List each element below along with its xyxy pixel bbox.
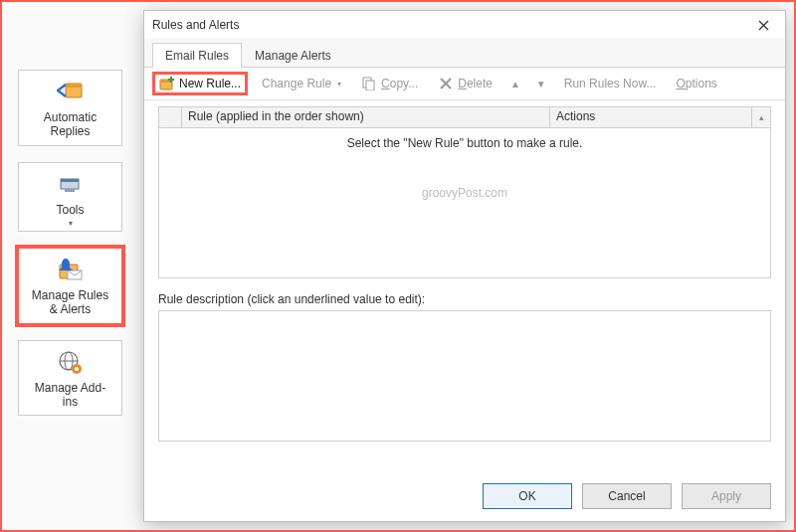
new-rule-label: New Rule... xyxy=(179,77,241,90)
delete-icon xyxy=(438,76,454,91)
apply-button[interactable]: Apply xyxy=(682,483,771,509)
dialog-button-row: OK Cancel Apply xyxy=(144,473,785,521)
svg-rect-3 xyxy=(61,179,79,182)
sidebar-item-label: Automatic Replies xyxy=(44,110,97,139)
toolbar: New Rule... Change Rule▾ Copy... Delete … xyxy=(144,68,785,100)
rule-description-box xyxy=(158,310,771,442)
copy-icon xyxy=(361,76,377,91)
svg-rect-15 xyxy=(168,79,174,81)
new-rule-icon xyxy=(159,76,175,91)
tools-icon xyxy=(57,171,85,199)
delete-label: Delete xyxy=(458,77,493,90)
tab-manage-alerts[interactable]: Manage Alerts xyxy=(242,43,344,68)
run-rules-now-button[interactable]: Run Rules Now... xyxy=(558,75,663,92)
dialog-title: Rules and Alerts xyxy=(152,18,239,32)
app-frame: Automatic Replies Tools ▾ xyxy=(0,0,796,532)
rules-and-alerts-dialog: Rules and Alerts Email Rules Manage Aler… xyxy=(143,10,786,522)
close-button[interactable] xyxy=(749,14,777,36)
sidebar-item-automatic-replies[interactable]: Automatic Replies xyxy=(18,70,122,146)
options-button[interactable]: Options xyxy=(670,75,722,92)
sidebar: Automatic Replies Tools ▾ xyxy=(18,70,122,416)
cancel-button[interactable]: Cancel xyxy=(582,483,672,509)
grid-header-rule[interactable]: Rule (applied in the order shown) xyxy=(182,107,550,127)
change-rule-button[interactable]: Change Rule▾ xyxy=(256,75,347,92)
svg-rect-17 xyxy=(366,81,374,90)
manage-rules-icon xyxy=(56,257,86,284)
svg-rect-1 xyxy=(66,84,82,88)
close-icon xyxy=(758,20,769,31)
sidebar-item-label: Tools xyxy=(56,203,84,217)
watermark: groovyPost.com xyxy=(159,186,770,200)
svg-rect-4 xyxy=(65,189,75,192)
change-rule-label: Change Rule xyxy=(262,77,331,90)
tab-email-rules[interactable]: Email Rules xyxy=(152,43,242,68)
grid-header-checkbox[interactable] xyxy=(159,107,182,127)
copy-button[interactable]: Copy... xyxy=(355,74,424,93)
delete-button[interactable]: Delete xyxy=(432,74,498,93)
grid-scroll-up[interactable]: ▴ xyxy=(751,107,770,127)
move-down-button[interactable]: ▼ xyxy=(532,79,550,89)
sidebar-item-label: Manage Add- ins xyxy=(35,381,105,410)
chevron-down-icon: ▾ xyxy=(69,219,73,229)
grid-empty-message: Select the "New Rule" button to make a r… xyxy=(159,128,770,150)
sidebar-item-manage-addins[interactable]: Manage Add- ins xyxy=(18,340,122,417)
automatic-replies-icon xyxy=(57,79,85,106)
run-rules-label: Run Rules Now... xyxy=(564,77,657,90)
dialog-content: Rule (applied in the order shown) Action… xyxy=(144,100,785,473)
svg-point-11 xyxy=(75,367,79,371)
manage-addins-icon xyxy=(58,349,84,377)
move-up-button[interactable]: ▲ xyxy=(506,79,524,89)
grid-header-actions[interactable]: Actions xyxy=(550,107,751,127)
new-rule-button[interactable]: New Rule... xyxy=(152,72,248,95)
ok-button[interactable]: OK xyxy=(483,483,572,509)
dialog-titlebar: Rules and Alerts xyxy=(144,11,785,39)
rule-description-label: Rule description (click an underlined va… xyxy=(158,292,771,306)
chevron-down-icon: ▾ xyxy=(337,80,341,89)
sidebar-item-label: Manage Rules & Alerts xyxy=(32,288,108,317)
sidebar-item-manage-rules-alerts[interactable]: Manage Rules & Alerts xyxy=(18,248,122,324)
rules-grid-body: Select the "New Rule" button to make a r… xyxy=(158,128,771,278)
copy-label: Copy... xyxy=(381,77,418,90)
tab-strip: Email Rules Manage Alerts xyxy=(144,39,785,68)
rules-grid-header: Rule (applied in the order shown) Action… xyxy=(158,106,771,128)
sidebar-item-tools[interactable]: Tools ▾ xyxy=(18,162,122,232)
options-label: Options xyxy=(676,77,716,90)
